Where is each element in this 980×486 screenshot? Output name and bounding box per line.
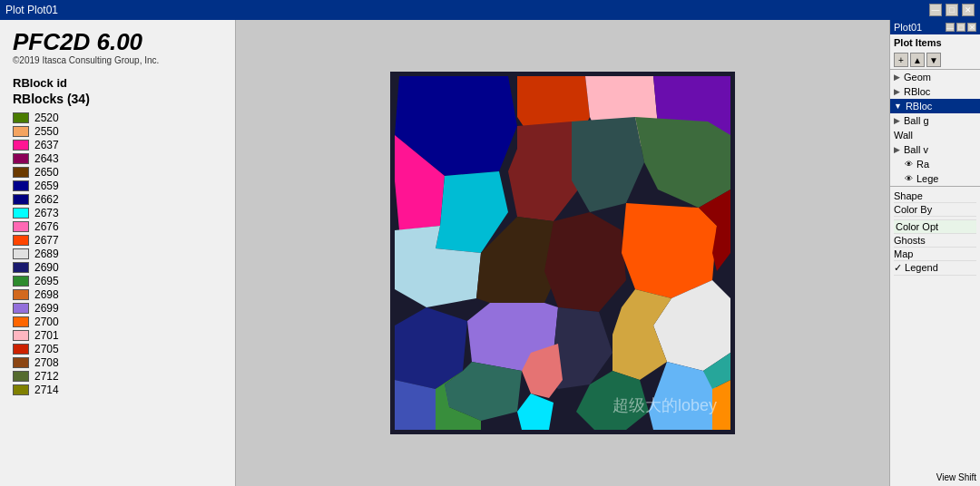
- legend-item: 2677: [13, 234, 222, 247]
- plot-subitem-label: Ra: [916, 159, 929, 170]
- legend-id-label: 2637: [34, 139, 59, 151]
- arrow-icon: ▶: [894, 87, 900, 96]
- legend-color-swatch: [13, 371, 29, 382]
- legend-color-swatch: [13, 180, 29, 191]
- plot-items-label: Plot Items: [890, 34, 980, 51]
- app-title: PFC2D 6.00: [13, 29, 222, 55]
- legend-item: 2643: [13, 152, 222, 165]
- right-panel-header: Plot01 — □ ✕: [890, 20, 980, 34]
- move-up-button[interactable]: ▲: [910, 53, 925, 67]
- plot-item-ballg[interactable]: ▶ Ball g: [890, 113, 980, 128]
- block-orange: [622, 203, 717, 298]
- right-panel: Plot01 — □ ✕ Plot Items + ▲ ▼ ▶ Geom ▶ R…: [889, 20, 980, 486]
- legend-id-label: 2705: [34, 343, 59, 355]
- prop-legend[interactable]: ✓ Legend: [894, 261, 976, 276]
- prop-ghosts[interactable]: Ghosts: [894, 234, 976, 248]
- legend-id-label: 2714: [34, 384, 59, 396]
- properties-section: Shape Color By Color Opt Ghosts Map ✓ Le…: [890, 186, 980, 278]
- legend-item: 2708: [13, 356, 222, 369]
- add-item-button[interactable]: +: [894, 53, 908, 67]
- legend-color-swatch: [13, 330, 29, 341]
- plot-item-geom[interactable]: ▶ Geom: [890, 70, 980, 84]
- copyright: ©2019 Itasca Consulting Group, Inc.: [13, 55, 222, 65]
- right-minimize[interactable]: —: [946, 23, 955, 32]
- legend-item: 2689: [13, 248, 222, 260]
- legend-id-label: 2700: [34, 316, 59, 328]
- legend-id-label: 2699: [34, 302, 59, 315]
- legend-id-label: 2689: [34, 248, 59, 260]
- prop-shape[interactable]: Shape: [894, 190, 976, 203]
- maximize-button[interactable]: □: [946, 4, 958, 16]
- plot-title: Plot01: [894, 22, 922, 33]
- prop-coloropt[interactable]: Color Opt: [894, 220, 976, 234]
- legend-id-label: 2677: [34, 234, 59, 247]
- plot-item-label: Ball v: [904, 144, 928, 155]
- window-title: Plot Plot01: [5, 4, 58, 16]
- legend-color-swatch: [13, 262, 29, 273]
- legend-item: 2550: [13, 125, 222, 138]
- legend-item: 2676: [13, 220, 222, 233]
- legend-id-label: 2659: [34, 180, 59, 192]
- eye-icon: 👁: [905, 174, 913, 183]
- arrow-icon: ▼: [894, 102, 902, 111]
- legend-item: 2701: [13, 329, 222, 342]
- arrow-icon: ▶: [894, 73, 900, 82]
- legend-id-label: 2662: [34, 193, 59, 206]
- legend-color-swatch: [13, 289, 29, 300]
- legend-id-label: 2712: [34, 370, 59, 383]
- legend-id-label: 2520: [34, 112, 59, 124]
- legend-item: 2650: [13, 166, 222, 179]
- legend-list: 2520 2550 2637 2643 2650 2659 2662 2673 …: [13, 112, 222, 396]
- legend-id-label: 2708: [34, 356, 59, 369]
- plot-subitem-lege[interactable]: 👁 Lege: [890, 171, 980, 186]
- plot-item-ballv[interactable]: ▶ Ball v: [890, 142, 980, 157]
- plot-item-rblock1[interactable]: ▶ RBloc: [890, 84, 980, 99]
- arrow-icon: ▶: [894, 116, 900, 125]
- legend-color-swatch: [13, 357, 29, 368]
- legend-color-swatch: [13, 276, 29, 287]
- center-panel: 超级大的lobey: [236, 20, 889, 486]
- legend-id-label: 2676: [34, 220, 59, 233]
- legend-color-swatch: [13, 167, 29, 178]
- legend-id-label: 2550: [34, 125, 59, 138]
- prop-colorby[interactable]: Color By: [894, 203, 976, 217]
- legend-color-swatch: [13, 248, 29, 259]
- legend-color-swatch: [13, 208, 29, 219]
- legend-color-swatch: [13, 126, 29, 137]
- legend-id-label: 2673: [34, 207, 59, 219]
- plot-item-label: Wall: [894, 130, 913, 141]
- title-bar: Plot Plot01 — □ ✕: [0, 0, 980, 20]
- plot-item-label: RBloc: [904, 86, 930, 97]
- minimize-button[interactable]: —: [929, 4, 942, 16]
- right-maximize[interactable]: □: [956, 23, 965, 32]
- view-shift-label: View Shift: [936, 472, 976, 482]
- close-button[interactable]: ✕: [962, 4, 975, 16]
- plot-item-label: Geom: [904, 72, 931, 83]
- move-down-button[interactable]: ▼: [926, 53, 941, 67]
- legend-color-swatch: [13, 112, 29, 123]
- legend-id-label: 2701: [34, 329, 59, 342]
- legend-item: 2712: [13, 370, 222, 383]
- right-close[interactable]: ✕: [967, 23, 976, 32]
- legend-item: 2637: [13, 139, 222, 151]
- legend-color-swatch: [13, 344, 29, 355]
- plot-item-label: Ball g: [904, 115, 929, 126]
- legend-color-swatch: [13, 140, 29, 151]
- plot-subitem-ra[interactable]: 👁 Ra: [890, 157, 980, 171]
- legend-id-label: 2695: [34, 275, 59, 287]
- plot-item-wall[interactable]: Wall: [890, 128, 980, 142]
- left-panel: PFC2D 6.00 ©2019 Itasca Consulting Group…: [0, 20, 236, 486]
- legend-item: 2659: [13, 180, 222, 192]
- legend-color-swatch: [13, 153, 29, 164]
- legend-id-label: 2698: [34, 288, 59, 301]
- legend-item: 2698: [13, 288, 222, 301]
- legend-color-swatch: [13, 316, 29, 327]
- legend-color-swatch: [13, 303, 29, 314]
- prop-map[interactable]: Map: [894, 248, 976, 261]
- canvas-area: 超级大的lobey: [390, 72, 735, 434]
- right-toolbar: + ▲ ▼: [890, 51, 980, 70]
- legend-id-label: 2690: [34, 261, 59, 274]
- blocks-svg: [390, 72, 735, 434]
- plot-item-rblock2[interactable]: ▼ RBloc: [890, 99, 980, 113]
- legend-item: 2695: [13, 275, 222, 287]
